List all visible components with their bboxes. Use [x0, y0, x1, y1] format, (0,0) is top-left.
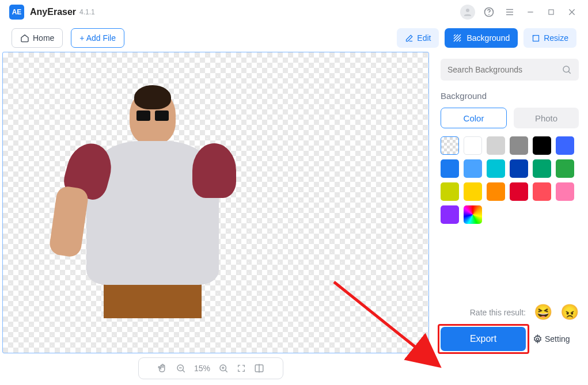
gear-icon: [533, 334, 543, 344]
menu-icon[interactable]: [503, 5, 517, 19]
swatch-17[interactable]: [556, 182, 574, 201]
panel-section-title: Background: [441, 91, 579, 101]
search-input[interactable]: [447, 65, 562, 74]
svg-rect-15: [533, 35, 539, 41]
svg-line-17: [568, 71, 571, 74]
zoom-in-icon[interactable]: [218, 363, 229, 373]
svg-rect-7: [549, 10, 553, 14]
swatch-10[interactable]: [533, 159, 551, 178]
swatch-grid: [441, 136, 579, 224]
zoom-value: 15%: [194, 364, 210, 373]
swatch-14[interactable]: [487, 182, 505, 201]
background-label: Background: [466, 33, 510, 43]
rate-label: Rate this result:: [470, 308, 526, 317]
rate-angry-icon[interactable]: 😠: [560, 303, 579, 321]
main-area: Background Color Photo Rate this result:…: [0, 52, 588, 353]
edit-button[interactable]: Edit: [397, 28, 439, 48]
edit-label: Edit: [417, 33, 431, 43]
svg-line-13: [454, 35, 456, 36]
swatch-1[interactable]: [464, 136, 482, 155]
compare-icon[interactable]: [254, 363, 264, 373]
svg-point-18: [536, 338, 538, 340]
swatch-13[interactable]: [464, 182, 482, 201]
canvas-subject: [58, 90, 248, 318]
home-label: Home: [33, 33, 54, 43]
svg-point-2: [488, 14, 490, 15]
side-panel: Background Color Photo Rate this result:…: [429, 52, 588, 353]
home-icon: [20, 33, 29, 43]
app-logo: AE: [9, 5, 24, 20]
swatch-16[interactable]: [533, 182, 551, 201]
editor-canvas[interactable]: [2, 52, 429, 353]
swatch-15[interactable]: [510, 182, 528, 201]
swatch-5[interactable]: [556, 136, 574, 155]
swatch-11[interactable]: [556, 159, 574, 178]
svg-line-21: [183, 370, 185, 372]
swatch-19[interactable]: [464, 205, 482, 224]
search-icon: [562, 64, 572, 75]
tab-photo[interactable]: Photo: [514, 108, 579, 128]
main-toolbar: Home + Add File Edit Background Resize: [0, 24, 588, 52]
swatch-18[interactable]: [441, 205, 459, 224]
resize-button[interactable]: Resize: [523, 28, 576, 48]
rate-happy-icon[interactable]: 😆: [534, 303, 552, 321]
titlebar: AE AnyEraser 4.1.1: [0, 0, 588, 24]
zoom-out-icon[interactable]: [176, 363, 186, 373]
svg-point-0: [466, 9, 469, 12]
swatch-3[interactable]: [510, 136, 528, 155]
account-icon[interactable]: [460, 5, 475, 20]
add-file-button[interactable]: + Add File: [71, 28, 124, 48]
svg-line-25: [225, 370, 227, 372]
background-button[interactable]: Background: [445, 28, 518, 48]
swatch-2[interactable]: [487, 136, 505, 155]
app-version: 4.1.1: [79, 8, 95, 16]
minimize-icon[interactable]: [523, 5, 537, 19]
help-icon[interactable]: [482, 5, 496, 19]
swatch-9[interactable]: [510, 159, 528, 178]
swatch-0[interactable]: [441, 136, 459, 155]
export-button[interactable]: Export: [441, 327, 526, 351]
svg-line-14: [460, 40, 461, 41]
edit-icon: [405, 34, 414, 43]
svg-point-16: [563, 66, 570, 73]
setting-label: Setting: [545, 334, 570, 344]
swatch-4[interactable]: [533, 136, 551, 155]
rate-row: Rate this result: 😆 😠: [441, 303, 579, 321]
hand-tool-icon[interactable]: [157, 363, 168, 373]
fullscreen-icon[interactable]: [237, 364, 246, 373]
swatch-6[interactable]: [441, 159, 459, 178]
close-icon[interactable]: [565, 5, 579, 19]
app-name: AnyEraser: [30, 7, 76, 17]
tab-color[interactable]: Color: [441, 108, 507, 128]
swatch-12[interactable]: [441, 182, 459, 201]
home-button[interactable]: Home: [12, 28, 63, 48]
canvas-toolbar: 15%: [138, 357, 283, 379]
background-icon: [453, 33, 462, 43]
setting-button[interactable]: Setting: [533, 334, 570, 344]
swatch-8[interactable]: [487, 159, 505, 178]
maximize-icon[interactable]: [544, 5, 558, 19]
resize-label: Resize: [544, 33, 568, 43]
add-file-label: + Add File: [79, 33, 116, 43]
resize-icon: [532, 34, 540, 43]
search-backgrounds[interactable]: [441, 59, 579, 81]
swatch-7[interactable]: [464, 159, 482, 178]
